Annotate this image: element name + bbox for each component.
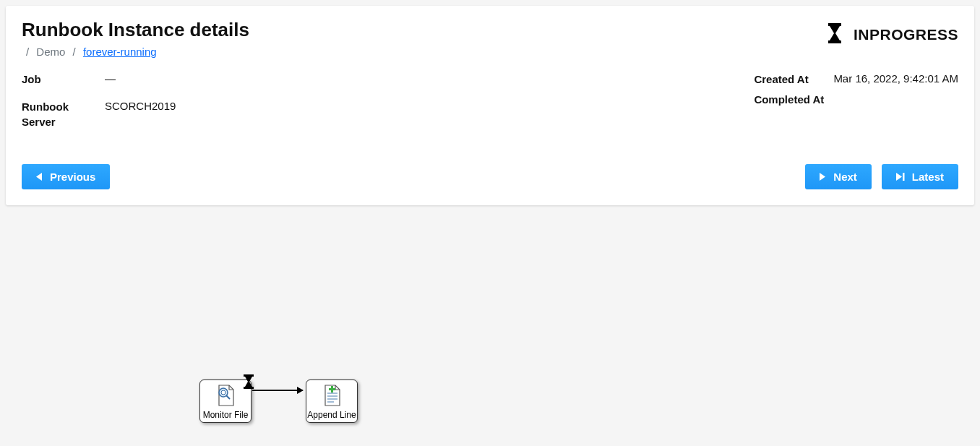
hourglass-icon (826, 23, 843, 46)
append-line-icon (319, 383, 344, 410)
breadcrumb: / Demo / forever-running (22, 46, 249, 58)
svg-rect-1 (828, 40, 841, 43)
svg-rect-13 (329, 388, 335, 390)
activity-node-append-line[interactable]: Append Line (306, 379, 358, 423)
details-panel: Runbook Instance details / Demo / foreve… (6, 6, 974, 205)
node-label: Append Line (307, 410, 356, 420)
svg-point-4 (221, 390, 225, 395)
svg-rect-7 (244, 387, 254, 389)
next-button[interactable]: Next (805, 164, 872, 189)
latest-button[interactable]: Latest (882, 164, 958, 189)
svg-rect-0 (828, 23, 841, 26)
breadcrumb-link-runbook[interactable]: forever-running (83, 46, 157, 58)
svg-rect-6 (244, 374, 254, 377)
svg-rect-2 (903, 173, 905, 181)
server-value: SCORCH2019 (105, 100, 176, 129)
status-label: INPROGRESS (854, 26, 958, 43)
job-value: — (105, 72, 116, 87)
status-block: INPROGRESS (826, 23, 958, 46)
created-at-label: Created At (754, 72, 833, 87)
triangle-right-icon (820, 173, 826, 181)
completed-at-label: Completed At (754, 93, 833, 107)
triangle-left-icon (36, 173, 43, 181)
page-title: Runbook Instance details (22, 19, 249, 41)
created-at-value: Mar 16, 2022, 9:42:01 AM (833, 72, 958, 87)
breadcrumb-item-demo: Demo (36, 46, 65, 58)
skip-to-end-icon (896, 173, 905, 181)
monitor-file-icon (213, 383, 238, 410)
node-label: Monitor File (203, 410, 249, 420)
job-label: Job (22, 72, 105, 87)
previous-button[interactable]: Previous (22, 164, 110, 189)
server-label: Runbook Server (22, 100, 105, 129)
workflow-diagram: Monitor File Append (0, 211, 980, 446)
workflow-connector (252, 390, 303, 391)
